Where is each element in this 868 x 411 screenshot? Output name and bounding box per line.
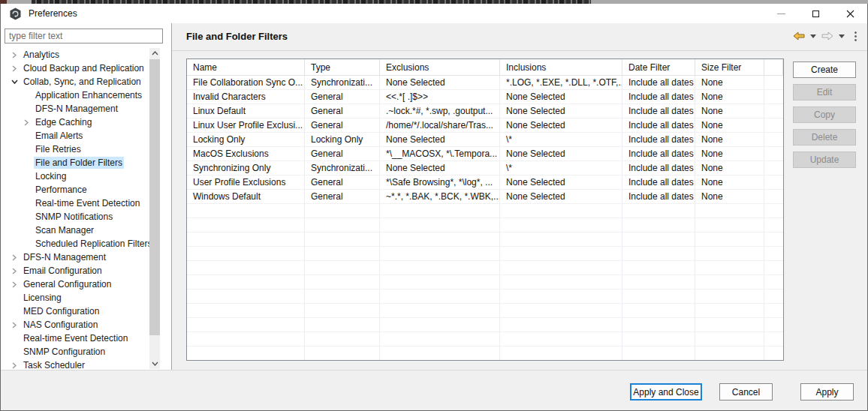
table-cell-filler: [764, 332, 783, 346]
chevron-right-icon[interactable]: [11, 322, 17, 328]
table-row[interactable]: Locking OnlyLocking OnlyNone Selected\*I…: [187, 133, 783, 147]
table-cell-filler: [764, 118, 783, 132]
table-cell: [695, 318, 764, 332]
table-cell: [305, 290, 380, 303]
chevron-right-icon[interactable]: [11, 65, 17, 72]
table-row[interactable]: Synchronizing OnlySynchronizati...None S…: [187, 161, 783, 176]
apply-button[interactable]: Apply: [800, 383, 854, 400]
scroll-up-icon[interactable]: [149, 48, 160, 58]
chevron-down-icon[interactable]: [11, 79, 18, 85]
sidebar-item-label: File Retries: [34, 143, 83, 155]
sidebar-item-nas-configuration[interactable]: NAS Configuration: [1, 318, 150, 332]
table-row[interactable]: [187, 204, 783, 218]
sidebar-item-med-configuration[interactable]: MED Configuration: [1, 304, 150, 318]
column-header[interactable]: Name: [187, 59, 305, 75]
sidebar-item-dfs-n-management[interactable]: DFS-N Management: [1, 250, 150, 264]
sidebar-item-dfs-n-management[interactable]: DFS-N Management: [1, 102, 150, 116]
table-row[interactable]: [187, 304, 783, 318]
table-cell-filler: [764, 104, 783, 118]
sidebar-item-file-retries[interactable]: File Retries: [1, 142, 150, 156]
table-cell: Include all dates: [622, 133, 695, 146]
tree-scrollbar[interactable]: [149, 48, 160, 369]
table-row[interactable]: Invalid CharactersGeneral<<.*[ .]$>>None…: [187, 90, 783, 104]
table-row[interactable]: Windows DefaultGeneral~*.*, *.BAK, *.BCK…: [187, 190, 783, 204]
table-row[interactable]: [187, 261, 783, 275]
create-button[interactable]: Create: [793, 62, 856, 78]
sidebar-item-licensing[interactable]: Licensing: [1, 291, 150, 304]
sidebar-item-email-configuration[interactable]: Email Configuration: [1, 264, 150, 278]
table-cell: [380, 232, 500, 246]
scroll-down-icon[interactable]: [149, 358, 160, 369]
sidebar-item-cloud-backup-and-replication[interactable]: Cloud Backup and Replication: [1, 62, 150, 75]
table-row[interactable]: Linux User Profile Exclusi...General/hom…: [187, 118, 783, 133]
sidebar-item-general-configuration[interactable]: General Configuration: [1, 278, 150, 291]
table-row[interactable]: [187, 275, 783, 290]
back-icon[interactable]: [793, 32, 805, 40]
table-cell: General: [305, 147, 380, 160]
table-row[interactable]: [187, 318, 783, 332]
sidebar-item-snmp-notifications[interactable]: SNMP Notifications: [1, 210, 150, 224]
table-row[interactable]: [187, 218, 783, 232]
back-history-dropdown-icon[interactable]: [810, 34, 816, 38]
table-row[interactable]: [187, 332, 783, 346]
sidebar-item-application-enhancements[interactable]: Application Enhancements: [1, 88, 150, 102]
sidebar-item-collab-sync-and-replication[interactable]: Collab, Sync, and Replication: [1, 75, 150, 88]
minimize-button[interactable]: [764, 4, 798, 23]
apply-and-close-button[interactable]: Apply and Close: [630, 383, 702, 400]
chevron-right-icon[interactable]: [11, 268, 17, 274]
sidebar-item-scan-manager[interactable]: Scan Manager: [1, 224, 150, 237]
column-header[interactable]: Size Filter: [695, 59, 764, 75]
scrollbar-thumb[interactable]: [149, 59, 160, 335]
table-cell-filler: [764, 247, 783, 260]
table-cell-filler: [764, 176, 783, 189]
table-row[interactable]: [187, 247, 783, 261]
sidebar-item-label: Email Alerts: [34, 130, 84, 142]
title-bar[interactable]: Preferences: [1, 4, 867, 23]
cancel-button[interactable]: Cancel: [719, 383, 773, 400]
sidebar-item-email-alerts[interactable]: Email Alerts: [1, 129, 150, 142]
table-cell: Include all dates: [622, 161, 695, 175]
chevron-right-icon[interactable]: [11, 362, 17, 369]
filters-table[interactable]: NameTypeExclusionsInclusionsDate FilterS…: [186, 58, 784, 361]
filter-input[interactable]: [5, 28, 163, 44]
sidebar-item-task-scheduler[interactable]: Task Scheduler: [1, 358, 150, 369]
table-row[interactable]: [187, 232, 783, 247]
sidebar-item-label: General Configuration: [22, 278, 113, 290]
table-row[interactable]: User Profile ExclusionsGeneral*\Safe Bro…: [187, 176, 783, 190]
table-row[interactable]: Linux DefaultGeneral.~lock.*#, *.swp, .g…: [187, 104, 783, 118]
sidebar-item-performance[interactable]: Performance: [1, 183, 150, 196]
table-row[interactable]: File Collaboration Sync O...Synchronizat…: [187, 76, 783, 90]
chevron-right-icon[interactable]: [23, 119, 29, 126]
table-cell: [622, 332, 695, 346]
column-header[interactable]: Inclusions: [500, 59, 622, 75]
sidebar-item-real-time-event-detection[interactable]: Real-time Event Detection: [1, 332, 150, 345]
table-row[interactable]: MacOS ExclusionsGeneral*\__MACOSX, *\.Te…: [187, 147, 783, 161]
column-header[interactable]: Type: [305, 59, 380, 75]
table-row[interactable]: [187, 290, 783, 304]
table-cell: [305, 261, 380, 274]
maximize-icon: [812, 10, 819, 17]
close-button[interactable]: [833, 4, 867, 23]
forward-history-dropdown-icon[interactable]: [839, 34, 845, 38]
sidebar-item-snmp-configuration[interactable]: SNMP Configuration: [1, 345, 150, 358]
view-menu-icon[interactable]: [854, 32, 857, 41]
table-row[interactable]: [187, 346, 783, 361]
table-cell: [187, 304, 305, 317]
column-header[interactable]: Exclusions: [380, 59, 500, 75]
table-cell: File Collaboration Sync O...: [187, 76, 305, 89]
sidebar-item-file-and-folder-filters[interactable]: File and Folder Filters: [1, 156, 150, 170]
sidebar-item-locking[interactable]: Locking: [1, 170, 150, 183]
chevron-right-icon[interactable]: [11, 281, 17, 288]
column-header[interactable]: Date Filter: [622, 59, 695, 75]
sidebar-item-scheduled-replication-filters[interactable]: Scheduled Replication Filters: [1, 237, 150, 250]
sidebar-item-analytics[interactable]: Analytics: [1, 48, 150, 62]
chevron-right-icon[interactable]: [11, 254, 17, 261]
sidebar-item-real-time-event-detection[interactable]: Real-time Event Detection: [1, 196, 150, 210]
table-cell: [380, 204, 500, 218]
sidebar-item-label: DFS-N Management: [22, 251, 107, 263]
sidebar-item-edge-caching[interactable]: Edge Caching: [1, 116, 150, 129]
maximize-button[interactable]: [798, 4, 833, 23]
table-cell-filler: [764, 318, 783, 332]
chevron-right-icon[interactable]: [11, 52, 17, 58]
table-cell-filler: [764, 133, 783, 146]
